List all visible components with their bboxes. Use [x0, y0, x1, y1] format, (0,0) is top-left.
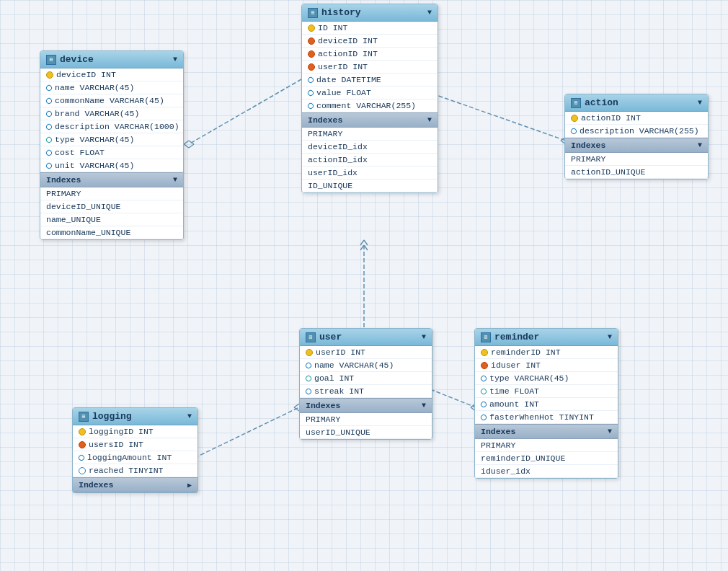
- user-dropdown-arrow[interactable]: ▼: [422, 333, 426, 341]
- diamond-icon: [45, 123, 53, 130]
- device-indexes-header: Indexes ▼: [40, 172, 183, 187]
- diamond-teal-icon: [45, 136, 53, 143]
- fk-icon: [308, 37, 315, 45]
- logging-dropdown-arrow[interactable]: ▼: [187, 412, 192, 420]
- key-icon: [79, 428, 86, 435]
- field-label: goal INT: [314, 373, 354, 383]
- history-dropdown-arrow[interactable]: ▼: [427, 9, 432, 17]
- svg-line-3: [189, 141, 194, 144]
- field-label: name VARCHAR(45): [314, 360, 394, 370]
- action-indexes-header: Indexes ▼: [565, 138, 708, 153]
- diamond-icon: [45, 97, 53, 105]
- index-row: actionID_idx: [302, 154, 438, 167]
- svg-line-2: [184, 144, 189, 148]
- table-row: cost FLOAT: [40, 146, 183, 159]
- user-indexes-arrow[interactable]: ▼: [422, 402, 426, 410]
- table-row: type VARCHAR(45): [475, 372, 618, 385]
- diamond-icon: [479, 374, 487, 382]
- index-row: PRIMARY: [40, 187, 183, 200]
- field-label: ID INT: [318, 23, 347, 32]
- device-table-icon: ⊞: [46, 55, 56, 65]
- key-icon: [46, 71, 53, 79]
- field-label: type VARCHAR(45): [489, 373, 569, 383]
- diamond-icon: [304, 361, 312, 369]
- table-row: time FLOAT: [475, 385, 618, 398]
- diamond-teal-icon: [304, 374, 312, 382]
- reminder-table-title: reminder: [494, 332, 539, 342]
- table-row: ID INT: [302, 22, 438, 35]
- index-row: actionID_UNIQUE: [565, 166, 708, 179]
- diamond-teal-icon: [479, 387, 487, 395]
- table-row: userID INT: [300, 346, 432, 359]
- table-row: reminderID INT: [475, 346, 618, 359]
- diamond-icon: [45, 110, 53, 118]
- device-indexes-arrow[interactable]: ▼: [173, 176, 177, 184]
- history-table-title: history: [321, 7, 361, 18]
- field-label: reached TINYINT: [89, 466, 164, 475]
- table-row: usersID INT: [73, 438, 197, 451]
- logging-indexes-more[interactable]: ▶: [187, 481, 192, 490]
- field-label: usersID INT: [89, 440, 143, 449]
- user-table-title: user: [319, 332, 342, 342]
- table-row: loggingAmount INT: [73, 451, 197, 464]
- logging-table-body: loggingID INT usersID INT loggingAmount …: [73, 425, 197, 477]
- index-row: PRIMARY: [475, 439, 618, 452]
- reminder-indexes-label: Indexes: [481, 427, 515, 436]
- field-label: type VARCHAR(45): [55, 135, 134, 144]
- user-indexes-header: Indexes ▼: [300, 398, 432, 413]
- reminder-table: ⊞ reminder ▼ reminderID INT iduser INT t…: [474, 328, 618, 479]
- field-label: deviceID INT: [56, 70, 116, 79]
- svg-line-14: [364, 245, 368, 250]
- fk-icon: [308, 63, 315, 71]
- table-row: description VARCHAR(255): [565, 125, 708, 138]
- field-label: date DATETIME: [316, 75, 381, 84]
- table-row: streak INT: [300, 385, 432, 398]
- logging-table-title: logging: [92, 411, 132, 422]
- table-row: brand VARCHAR(45): [40, 107, 183, 120]
- action-indexes-arrow[interactable]: ▼: [698, 141, 702, 149]
- diamond-icon: [306, 89, 314, 97]
- diamond-icon: [479, 400, 487, 408]
- field-label: time FLOAT: [489, 386, 539, 396]
- field-label: deviceID INT: [318, 36, 378, 45]
- device-indexes-label: Indexes: [46, 175, 81, 185]
- table-row: reached TINYINT: [73, 464, 197, 477]
- table-row: description VARCHAR(1000): [40, 120, 183, 133]
- device-dropdown-arrow[interactable]: ▼: [173, 56, 177, 63]
- field-label: cost FLOAT: [55, 148, 105, 157]
- reminder-indexes-arrow[interactable]: ▼: [608, 428, 612, 435]
- diamond-icon: [479, 413, 487, 421]
- field-label: userID INT: [318, 62, 368, 71]
- diamond-icon: [306, 102, 314, 110]
- svg-line-4: [189, 144, 194, 148]
- svg-line-0: [189, 79, 301, 144]
- index-row: deviceID_UNIQUE: [40, 200, 183, 213]
- index-row: ID_UNIQUE: [302, 180, 438, 192]
- svg-line-11: [360, 240, 364, 245]
- device-table-title: device: [60, 54, 94, 65]
- fk-icon: [79, 441, 86, 448]
- reminder-dropdown-arrow[interactable]: ▼: [608, 333, 612, 341]
- diamond-icon: [306, 76, 314, 84]
- user-indexes-label: Indexes: [306, 401, 340, 410]
- field-label: actionID INT: [318, 49, 378, 58]
- key-icon: [481, 349, 488, 356]
- table-row: iduser INT: [475, 359, 618, 372]
- table-row: deviceID INT: [40, 68, 183, 81]
- field-label: loggingID INT: [89, 427, 154, 436]
- index-row: name_UNIQUE: [40, 213, 183, 226]
- field-label: value FLOAT: [316, 88, 371, 97]
- device-table: ⊞ device ▼ deviceID INT name VARCHAR(45)…: [40, 50, 184, 240]
- logging-table: ⊞ logging ▼ loggingID INT usersID INT lo…: [72, 407, 198, 493]
- index-row: iduser_idx: [475, 465, 618, 478]
- index-row: deviceID_idx: [302, 141, 438, 154]
- history-indexes-arrow[interactable]: ▼: [427, 116, 432, 124]
- table-row: amount INT: [475, 398, 618, 411]
- action-dropdown-arrow[interactable]: ▼: [698, 99, 702, 107]
- history-table: ⊞ history ▼ ID INT deviceID INT actionID…: [301, 4, 438, 193]
- table-row: fasterWhenHot TINYINT: [475, 411, 618, 424]
- index-row: userID_UNIQUE: [300, 426, 432, 439]
- table-row: name VARCHAR(45): [300, 359, 432, 372]
- key-icon: [308, 25, 315, 32]
- index-row: commonName_UNIQUE: [40, 226, 183, 239]
